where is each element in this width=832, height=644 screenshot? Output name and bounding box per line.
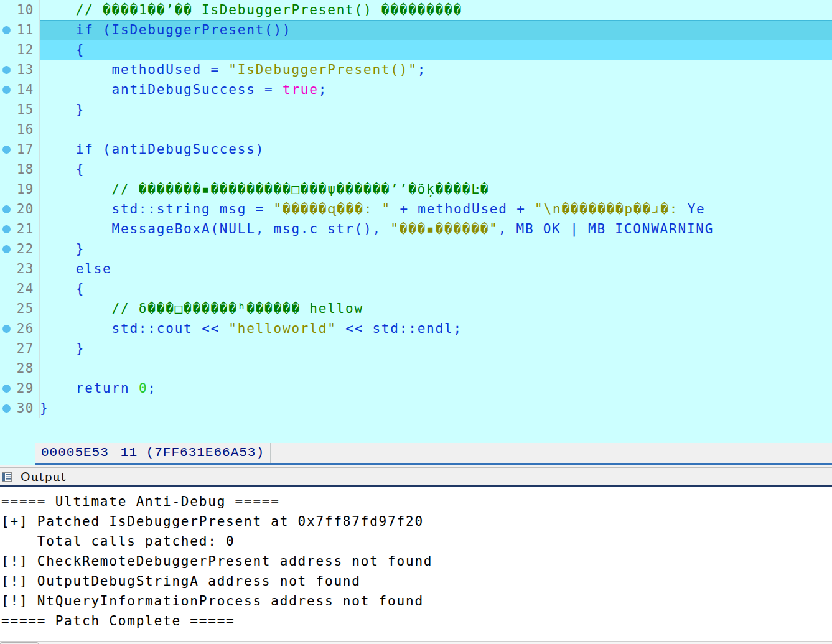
- code-text[interactable]: [40, 358, 832, 378]
- code-text[interactable]: }: [40, 100, 832, 119]
- code-line[interactable]: 21 MessageBoxA(NULL, msg.c_str(), "���▪�…: [0, 219, 832, 239]
- code-text[interactable]: else: [40, 259, 832, 279]
- code-line[interactable]: 20 std::string msg = "�����ɋ���: " + met…: [0, 199, 832, 219]
- status-cell-empty: [271, 443, 291, 463]
- code-line[interactable]: 14 antiDebugSuccess = true;: [0, 80, 832, 100]
- breakpoint-dot-icon[interactable]: [2, 225, 11, 233]
- breakpoint-dot-icon[interactable]: [2, 245, 11, 253]
- code-text[interactable]: methodUsed = "IsDebuggerPresent()";: [40, 60, 832, 80]
- breakpoint-dot-icon[interactable]: [0, 146, 12, 154]
- breakpoint-dot-icon[interactable]: [0, 404, 12, 413]
- code-line[interactable]: 16: [0, 119, 832, 139]
- breakpoint-dot-icon[interactable]: [2, 404, 11, 413]
- status-bar: 00005E53 11 (7FF631E66A53): [35, 443, 832, 465]
- code-text[interactable]: if (antiDebugSuccess): [40, 139, 832, 159]
- code-line[interactable]: 18 {: [0, 159, 832, 179]
- gutter[interactable]: 10: [0, 0, 40, 20]
- breakpoint-dot-icon[interactable]: [2, 385, 11, 393]
- gutter[interactable]: 26: [0, 319, 40, 338]
- breakpoint-dot-icon[interactable]: [0, 205, 12, 213]
- code-text[interactable]: {: [40, 40, 832, 60]
- code-line[interactable]: 26 std::cout << "helloworld" << std::end…: [0, 319, 832, 338]
- code-line[interactable]: 25 // δ���□������ʰ������ hellow: [0, 299, 832, 319]
- breakpoint-dot-icon[interactable]: [2, 66, 11, 74]
- code-line[interactable]: 15 }: [0, 100, 832, 119]
- output-tab[interactable]: Output: [0, 467, 832, 487]
- code-text[interactable]: return 0;: [40, 378, 832, 398]
- code-line[interactable]: 27 }: [0, 338, 832, 358]
- code-text[interactable]: antiDebugSuccess = true;: [40, 80, 832, 100]
- code-line[interactable]: 29 return 0;: [0, 378, 832, 398]
- gutter[interactable]: 23: [0, 259, 40, 279]
- line-number: 14: [12, 80, 39, 100]
- gutter[interactable]: 28: [0, 358, 40, 378]
- gutter[interactable]: 14: [0, 80, 40, 100]
- status-cell-empty: [291, 443, 832, 463]
- code-text[interactable]: {: [40, 279, 832, 299]
- output-log-icon: [2, 472, 12, 482]
- code-text[interactable]: }: [40, 338, 832, 358]
- code-text[interactable]: MessageBoxA(NULL, msg.c_str(), "���▪����…: [40, 219, 832, 239]
- gutter[interactable]: 16: [0, 119, 40, 139]
- breakpoint-dot-icon[interactable]: [0, 385, 12, 393]
- code-line[interactable]: 30}: [0, 398, 832, 418]
- breakpoint-dot-icon[interactable]: [2, 86, 11, 94]
- code-line[interactable]: 17 if (antiDebugSuccess): [0, 139, 832, 159]
- code-text[interactable]: // δ���□������ʰ������ hellow: [40, 299, 832, 319]
- gutter[interactable]: 11: [0, 20, 40, 40]
- code-line[interactable]: 23 else: [0, 259, 832, 279]
- line-number: 23: [12, 259, 39, 279]
- line-number: 18: [12, 159, 39, 179]
- code-line[interactable]: 24 {: [0, 279, 832, 299]
- gutter[interactable]: 18: [0, 159, 40, 179]
- gutter[interactable]: 20: [0, 199, 40, 219]
- gutter[interactable]: 24: [0, 279, 40, 299]
- code-text[interactable]: if (IsDebuggerPresent()): [40, 20, 832, 40]
- horizontal-scrollbar[interactable]: [0, 641, 832, 644]
- gutter[interactable]: 29: [0, 378, 40, 398]
- code-text[interactable]: // �������▪���������□���ψ������’’�õķ����…: [40, 179, 832, 199]
- code-text[interactable]: {: [40, 159, 832, 179]
- code-text[interactable]: std::cout << "helloworld" << std::endl;: [40, 319, 832, 338]
- breakpoint-dot-icon[interactable]: [2, 325, 11, 333]
- breakpoint-dot-icon[interactable]: [0, 245, 12, 253]
- gutter[interactable]: 21: [0, 219, 40, 239]
- gutter[interactable]: 12: [0, 40, 40, 60]
- gutter[interactable]: 13: [0, 60, 40, 80]
- code-text[interactable]: // ����1��’�� IsDebuggerPresent() ������…: [40, 0, 832, 20]
- code-line[interactable]: 12 {: [0, 40, 832, 60]
- breakpoint-dot-icon[interactable]: [0, 86, 12, 94]
- line-number: 25: [12, 299, 39, 319]
- code-text[interactable]: std::string msg = "�����ɋ���: " + method…: [40, 199, 832, 219]
- gutter[interactable]: 27: [0, 338, 40, 358]
- console-line: ===== Patch Complete =====: [1, 611, 832, 631]
- gutter[interactable]: 22: [0, 239, 40, 259]
- console-line: Total calls patched: 0: [1, 531, 832, 551]
- code-line[interactable]: 10 // ����1��’�� IsDebuggerPresent() ���…: [0, 0, 832, 20]
- breakpoint-dot-icon[interactable]: [2, 146, 11, 154]
- line-number: 10: [12, 0, 39, 20]
- line-number: 21: [12, 219, 39, 239]
- line-number: 30: [12, 398, 39, 418]
- breakpoint-dot-icon[interactable]: [0, 325, 12, 333]
- code-text[interactable]: [40, 119, 832, 139]
- breakpoint-dot-icon[interactable]: [0, 225, 12, 233]
- code-line[interactable]: 19 // �������▪���������□���ψ������’’�õķ�…: [0, 179, 832, 199]
- breakpoint-dot-icon[interactable]: [0, 26, 12, 34]
- breakpoint-dot-icon[interactable]: [2, 205, 11, 213]
- gutter[interactable]: 25: [0, 299, 40, 319]
- line-number: 16: [12, 119, 39, 139]
- code-text[interactable]: }: [40, 398, 832, 418]
- breakpoint-dot-icon[interactable]: [2, 26, 11, 34]
- line-number: 22: [12, 239, 39, 259]
- code-line[interactable]: 28: [0, 358, 832, 378]
- code-line[interactable]: 13 methodUsed = "IsDebuggerPresent()";: [0, 60, 832, 80]
- code-text[interactable]: }: [40, 239, 832, 259]
- gutter[interactable]: 15: [0, 100, 40, 119]
- code-line[interactable]: 22 }: [0, 239, 832, 259]
- gutter[interactable]: 17: [0, 139, 40, 159]
- gutter[interactable]: 19: [0, 179, 40, 199]
- breakpoint-dot-icon[interactable]: [0, 66, 12, 74]
- gutter[interactable]: 30: [0, 398, 40, 418]
- code-line[interactable]: 11 if (IsDebuggerPresent()): [0, 20, 832, 40]
